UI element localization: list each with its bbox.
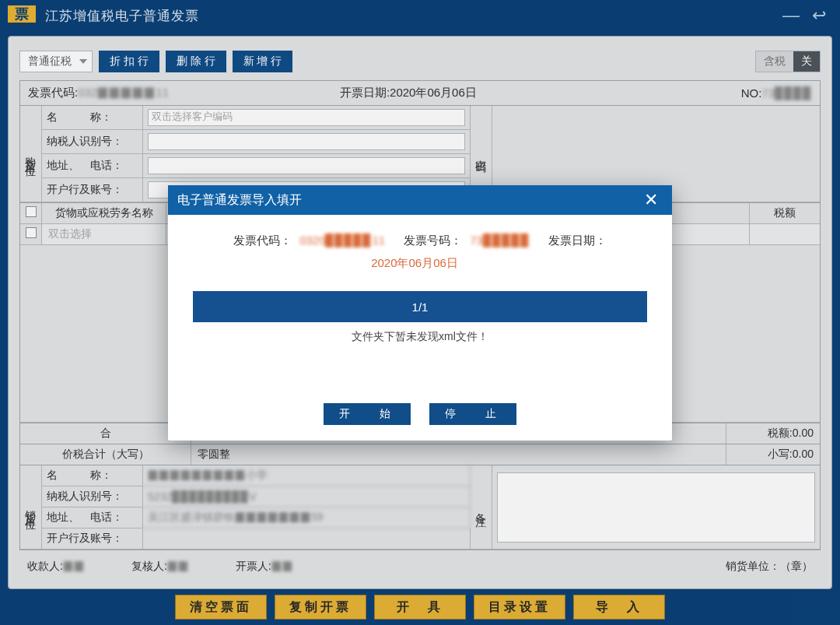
modal-date-value: 2020年06月06日	[371, 256, 458, 271]
start-button[interactable]: 开 始	[324, 403, 411, 425]
modal-header: 电子普通发票导入填开 ✕	[168, 185, 672, 215]
stop-button[interactable]: 停 止	[429, 403, 516, 425]
close-icon[interactable]: ✕	[639, 190, 663, 210]
modal-date-label: 发票日期：	[548, 233, 607, 248]
import-modal: 电子普通发票导入填开 ✕ 发票代码： 0320▉▉▉▉▉11 发票号码： 73▉…	[168, 185, 672, 441]
modal-num-label: 发票号码：	[404, 233, 462, 248]
modal-num-value: 73▉▉▉▉▉	[470, 233, 530, 248]
modal-message: 文件夹下暂未发现xml文件！	[193, 330, 647, 344]
modal-code-label: 发票代码：	[233, 233, 292, 248]
progress-bar: 1/1	[193, 291, 647, 322]
modal-title: 电子普通发票导入填开	[177, 192, 302, 209]
modal-body: 发票代码： 0320▉▉▉▉▉11 发票号码： 73▉▉▉▉▉ 发票日期： 20…	[168, 215, 672, 392]
modal-footer: 开 始 停 止	[168, 392, 672, 441]
modal-code-value: 0320▉▉▉▉▉11	[299, 233, 385, 248]
